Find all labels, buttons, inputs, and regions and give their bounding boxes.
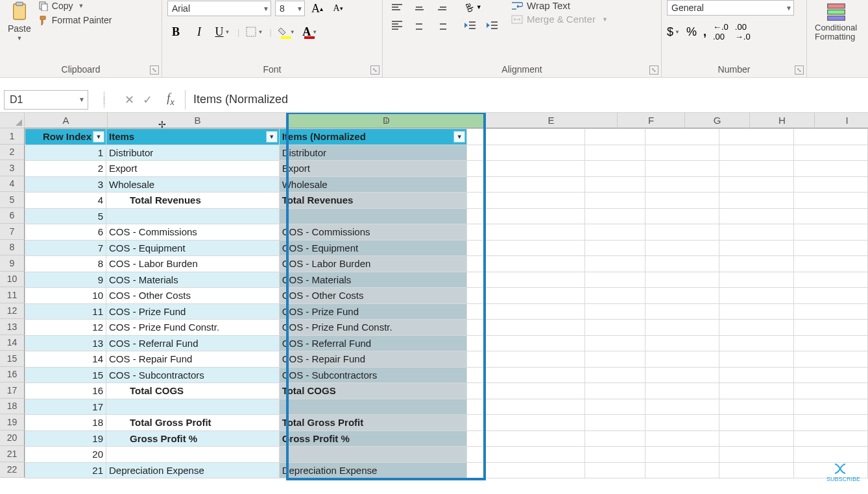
cell[interactable] [585,415,645,431]
cell[interactable] [793,383,867,399]
cell[interactable]: COS - Subcontractors [279,367,467,383]
increase-indent-button[interactable] [483,18,501,32]
cell[interactable] [585,447,645,463]
cell[interactable] [467,224,585,241]
cell[interactable]: Wholesale [106,176,280,193]
cell[interactable] [645,129,719,145]
cell[interactable] [793,161,867,177]
cell[interactable] [719,145,793,161]
cell[interactable] [585,224,645,241]
cell[interactable] [793,320,867,336]
cell[interactable] [719,208,793,224]
cell[interactable] [793,335,867,351]
comma-format-button[interactable]: , [703,25,706,39]
row-header-8[interactable]: 8 [0,240,25,256]
cell[interactable] [585,256,645,272]
row-header-1[interactable]: 1 [0,128,25,145]
decrease-decimal-button[interactable]: .00→.0 [735,22,751,41]
row-header-4[interactable]: 4 [0,176,25,193]
align-top-button[interactable] [388,0,406,14]
cell[interactable]: Depreciation Expense [279,462,467,478]
row-header-11[interactable]: 11 [0,287,25,303]
cell[interactable]: Distributor [279,145,467,161]
row-header-22[interactable]: 22 [0,462,25,478]
cell[interactable] [793,430,867,447]
cell[interactable] [793,256,867,272]
cell[interactable]: COS - Referral Fund [279,335,467,351]
cell[interactable] [645,256,719,272]
cell[interactable] [279,399,467,415]
cell[interactable] [793,415,867,431]
row-header-21[interactable]: 21 [0,446,25,462]
cell[interactable]: Total Revenues [106,193,280,209]
cell[interactable] [793,193,867,209]
cell[interactable] [585,351,645,368]
cell[interactable] [645,415,719,431]
cell[interactable]: 20 [25,447,106,463]
spreadsheet-grid[interactable]: ABD↓EFGHI 123456789101112131415161718192… [0,113,868,494]
fill-color-button[interactable]: ▼ [278,23,295,40]
cell[interactable] [467,176,585,193]
cell[interactable]: 14 [25,351,106,368]
cell[interactable] [719,193,793,209]
cell[interactable] [467,208,585,224]
col-header-E[interactable]: E [485,113,618,128]
number-dialog-launcher[interactable]: ⤡ [795,65,804,75]
decrease-font-icon[interactable]: A▾ [330,0,346,17]
cell[interactable]: 19 [25,430,106,447]
cell[interactable]: Export [106,161,280,177]
cell[interactable] [645,208,719,224]
cell[interactable]: Total Gross Profit [279,415,467,431]
cell[interactable] [793,208,867,224]
cancel-formula-button[interactable]: ✕ [120,93,138,107]
cell[interactable] [793,224,867,241]
wrap-text-button[interactable]: Wrap Text [511,0,608,11]
align-right-button[interactable] [432,18,450,32]
cell[interactable] [645,176,719,193]
row-header-14[interactable]: 14 [0,335,25,351]
cell[interactable]: 16 [25,383,106,399]
cell[interactable] [645,335,719,351]
cell[interactable]: 8 [25,256,106,272]
cell[interactable]: Distributor [106,145,280,161]
row-header-20[interactable]: 20 [0,430,25,447]
cell[interactable] [467,351,585,368]
align-center-button[interactable] [410,18,428,32]
cell[interactable]: 6 [25,224,106,241]
cell[interactable] [585,193,645,209]
cell[interactable]: 17 [25,399,106,415]
cell[interactable] [793,145,867,161]
cell[interactable] [645,161,719,177]
cell[interactable] [793,351,867,368]
cell[interactable] [645,367,719,383]
cell[interactable] [719,399,793,415]
accounting-format-button[interactable]: $▼ [667,25,680,39]
filter-icon[interactable]: ▼ [266,131,278,143]
row-header-5[interactable]: 5 [0,192,25,208]
table-header[interactable]: Items▼ [106,129,280,145]
cell[interactable] [585,320,645,336]
cell[interactable]: COS - Equipment [106,240,280,256]
cell[interactable] [793,399,867,415]
cell[interactable] [467,161,585,177]
cell[interactable] [467,129,585,145]
filter-icon[interactable]: ▼ [453,131,465,143]
cell[interactable] [719,129,793,145]
col-header-D[interactable]: D↓ [288,113,485,128]
cell[interactable]: Depreciation Expense [106,462,280,478]
cell[interactable] [793,303,867,320]
row-header-13[interactable]: 13 [0,319,25,335]
cell[interactable] [585,272,645,288]
cell[interactable] [645,240,719,256]
align-bottom-button[interactable] [432,0,450,14]
cell[interactable] [467,272,585,288]
cell[interactable] [793,272,867,288]
cell[interactable] [467,256,585,272]
cell[interactable] [585,176,645,193]
col-header-A[interactable]: A [25,113,108,128]
cell[interactable]: 7 [25,240,106,256]
cell[interactable]: 5 [25,208,106,224]
cell[interactable]: COS - Subcontractors [106,367,280,383]
cell[interactable]: Total COGS [106,383,280,399]
cell[interactable] [279,447,467,463]
